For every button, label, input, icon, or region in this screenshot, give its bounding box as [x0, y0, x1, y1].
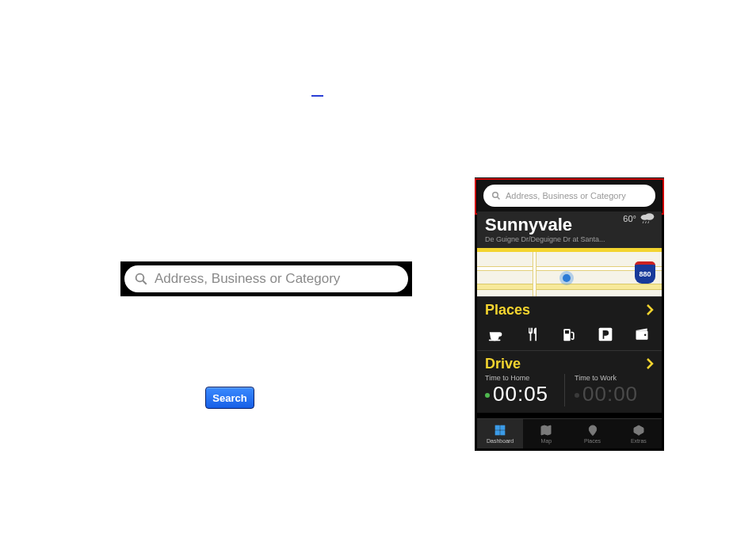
search-button[interactable]: Search — [205, 387, 254, 409]
svg-rect-9 — [489, 339, 501, 341]
tab-label: Dashboard — [487, 438, 514, 444]
drive-grid: Time to Home 00:05 Time to Work 00:00 — [485, 374, 654, 406]
svg-line-3 — [498, 197, 500, 200]
tab-bar: Dashboard Map Places Extras — [477, 418, 662, 448]
box-icon — [632, 424, 645, 437]
chevron-right-icon — [646, 357, 654, 373]
search-pill[interactable]: Address, Business or Category — [124, 265, 408, 292]
phone-search-placeholder: Address, Business or Category — [506, 191, 626, 200]
current-location-dot — [563, 274, 571, 282]
wallet-icon[interactable] — [632, 325, 651, 344]
chevron-right-icon — [646, 303, 654, 319]
highway-number: 880 — [639, 270, 651, 278]
status-dot — [575, 393, 579, 398]
places-icon-row — [485, 325, 654, 344]
weather-temp: 60° — [623, 214, 636, 223]
weather-readout: 60° — [623, 213, 655, 224]
places-section[interactable]: Places — [477, 296, 662, 350]
section-title: Drive — [485, 356, 654, 372]
map-road — [477, 284, 662, 290]
drive-home[interactable]: Time to Home 00:05 — [485, 374, 564, 406]
grid-icon — [494, 424, 506, 437]
search-icon — [491, 191, 501, 200]
map-preview[interactable]: 880 — [477, 252, 662, 296]
status-dot — [485, 393, 490, 398]
location-subtitle: De Guigne Dr/Deguigne Dr at Santa... — [485, 235, 654, 243]
map-road — [533, 252, 536, 296]
highway-shield: 880 — [635, 261, 655, 284]
search-icon — [134, 272, 148, 286]
drive-label: Time to Home — [485, 374, 558, 382]
search-button-label: Search — [212, 392, 246, 404]
drive-time: 00:00 — [582, 382, 638, 406]
standalone-search-wrap: Address, Business or Category — [120, 261, 412, 296]
tab-label: Places — [584, 438, 601, 444]
location-header[interactable]: Sunnyvale De Guigne Dr/Deguigne Dr at Sa… — [477, 212, 662, 248]
cloud-rain-icon — [640, 213, 655, 224]
section-title: Places — [485, 302, 654, 318]
svg-point-2 — [493, 193, 498, 198]
svg-rect-15 — [495, 425, 499, 429]
tab-label: Map — [541, 438, 552, 444]
search-placeholder: Address, Business or Category — [155, 271, 340, 287]
pin-icon — [586, 424, 599, 437]
svg-line-7 — [646, 221, 647, 223]
phone-search-bar: Address, Business or Category — [477, 180, 662, 212]
drive-time: 00:05 — [493, 382, 548, 406]
svg-line-6 — [643, 221, 643, 223]
parking-icon[interactable] — [596, 325, 615, 344]
restaurant-icon[interactable] — [523, 325, 542, 344]
phone-search-input[interactable]: Address, Business or Category — [483, 185, 655, 207]
gas-icon[interactable] — [559, 325, 578, 344]
map-icon — [540, 424, 552, 437]
drive-work[interactable]: Time to Work 00:00 — [564, 374, 654, 406]
decorative-dash — [311, 95, 323, 97]
svg-point-5 — [645, 213, 655, 219]
coffee-icon[interactable] — [487, 325, 506, 344]
svg-point-19 — [591, 428, 594, 430]
tab-label: Extras — [631, 438, 647, 444]
svg-point-0 — [136, 274, 144, 282]
drive-label: Time to Work — [575, 374, 647, 382]
svg-rect-18 — [501, 431, 505, 435]
drive-section[interactable]: Drive Time to Home 00:05 Time to Work 00… — [477, 350, 662, 413]
phone-dashboard: Address, Business or Category Sunnyvale … — [475, 177, 664, 451]
svg-rect-11 — [565, 330, 569, 334]
svg-line-8 — [648, 221, 649, 223]
svg-line-1 — [143, 280, 147, 284]
svg-point-14 — [644, 334, 647, 337]
svg-rect-16 — [501, 425, 505, 429]
tab-dashboard[interactable]: Dashboard — [477, 419, 523, 448]
svg-rect-17 — [495, 431, 499, 435]
tab-map[interactable]: Map — [523, 419, 569, 448]
tab-places[interactable]: Places — [570, 419, 616, 448]
tab-extras[interactable]: Extras — [616, 419, 662, 448]
